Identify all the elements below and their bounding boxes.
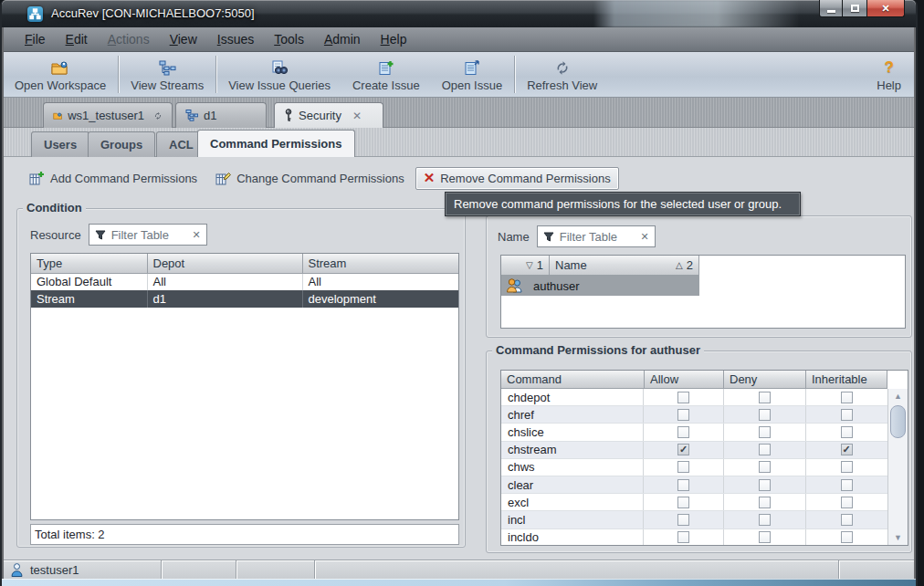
checkbox-deny[interactable] <box>759 461 771 473</box>
create-issue-icon <box>378 58 394 76</box>
menu-issues[interactable]: Issues <box>207 29 264 49</box>
subtab-groups[interactable]: Groups <box>88 131 155 157</box>
toolbar-separator <box>215 56 216 93</box>
checkbox-deny[interactable] <box>759 426 771 438</box>
filter-clear-icon[interactable]: ✕ <box>192 229 200 241</box>
stream-tab-icon <box>185 110 198 121</box>
tab-security[interactable]: Security ✕ <box>274 102 383 128</box>
checkbox-allow[interactable] <box>677 426 689 438</box>
column-icon-sort[interactable]: ▽ 1 <box>501 256 550 276</box>
resource-filter-input[interactable] <box>111 228 187 242</box>
view-streams-button[interactable]: View Streams <box>120 52 215 97</box>
permission-row-chdepot[interactable]: chdepot <box>501 389 887 406</box>
checkbox-allow[interactable] <box>677 409 689 421</box>
scrollbar-thumb[interactable] <box>890 405 906 438</box>
sort-asc-icon: △ <box>676 260 683 270</box>
column-name[interactable]: Name △ 2 <box>550 256 699 276</box>
tab-close-icon[interactable]: ✕ <box>352 110 362 122</box>
permission-row-chslice[interactable]: chslice <box>501 424 887 441</box>
column-type[interactable]: Type <box>31 254 147 273</box>
permission-row-chref[interactable]: chref <box>501 406 887 424</box>
name-filter-box: ✕ <box>537 225 656 247</box>
refresh-view-button[interactable]: Refresh View <box>516 52 608 97</box>
permission-row-clear[interactable]: clear <box>501 476 887 494</box>
column-deny[interactable]: Deny <box>724 371 806 389</box>
tooltip-text: Remove command permissions for the selec… <box>454 197 782 211</box>
permission-row-excl[interactable]: excl <box>501 494 887 511</box>
checkbox-allow[interactable] <box>677 497 689 508</box>
checkbox-inheritable[interactable] <box>841 409 853 421</box>
checkbox-deny[interactable] <box>759 497 771 508</box>
checkbox-deny[interactable] <box>759 392 771 403</box>
checkbox-deny[interactable] <box>759 514 771 526</box>
filter-clear-icon[interactable]: ✕ <box>640 231 648 243</box>
checkbox-allow[interactable] <box>677 461 689 473</box>
checkbox-inheritable[interactable]: ✓ <box>841 444 853 455</box>
create-issue-button[interactable]: Create Issue <box>341 52 431 97</box>
resource-table: Type Depot Stream Global Default All All… <box>30 253 459 520</box>
menu-admin[interactable]: Admin <box>314 29 371 49</box>
maximize-button[interactable] <box>843 0 866 17</box>
scroll-down-icon[interactable]: ▼ <box>888 530 908 545</box>
checkbox-allow[interactable] <box>677 479 689 491</box>
menu-actions[interactable]: Actions <box>98 29 160 49</box>
total-items-bar: Total items: 2 <box>30 524 459 545</box>
checkbox-allow[interactable] <box>677 392 689 403</box>
open-issue-button[interactable]: Open Issue <box>431 52 514 97</box>
applies-to-groupbox: Name ✕ ▽ 1 <box>486 215 912 338</box>
resource-row-global-default[interactable]: Global Default All All <box>31 273 458 290</box>
permissions-table-header: Command Allow Deny Inheritable <box>501 371 908 389</box>
name-filter-input[interactable] <box>560 230 635 244</box>
scroll-up-icon[interactable]: ▲ <box>888 389 908 403</box>
menu-edit[interactable]: Edit <box>56 29 98 49</box>
checkbox-deny[interactable] <box>759 444 771 455</box>
subtab-command-permissions[interactable]: Command Permissions <box>197 130 355 157</box>
principals-table-header: ▽ 1 Name △ 2 <box>501 256 905 276</box>
permissions-scrollbar[interactable]: ▲ ▼ <box>887 389 908 545</box>
column-name-label: Name <box>555 258 587 272</box>
principal-row-authuser[interactable]: authuser <box>501 276 699 296</box>
column-inheritable[interactable]: Inheritable <box>806 371 887 389</box>
checkbox-inheritable[interactable] <box>841 514 853 526</box>
key-icon <box>284 109 293 122</box>
column-allow[interactable]: Allow <box>645 371 724 389</box>
checkbox-inheritable[interactable] <box>841 479 853 491</box>
remove-command-permissions-button[interactable]: ✕ Remove Command Permissions <box>415 167 619 190</box>
name-filter-row: Name ✕ <box>498 225 656 247</box>
permission-row-incldo[interactable]: incldo <box>501 529 887 546</box>
menu-file[interactable]: File <box>15 29 56 49</box>
column-command[interactable]: Command <box>501 371 645 389</box>
checkbox-allow[interactable] <box>677 531 689 543</box>
checkbox-deny[interactable] <box>759 409 771 421</box>
menu-tools[interactable]: Tools <box>264 29 314 49</box>
view-issue-queries-button[interactable]: View Issue Queries <box>217 52 341 97</box>
permission-row-chstream[interactable]: chstream ✓ ✓ <box>501 442 887 459</box>
checkbox-allow[interactable] <box>677 514 689 526</box>
checkbox-inheritable[interactable] <box>841 531 853 543</box>
tab-workspace[interactable]: ws1_testuser1 <box>43 102 173 128</box>
checkbox-allow[interactable]: ✓ <box>677 444 689 455</box>
checkbox-inheritable[interactable] <box>841 426 853 438</box>
minimize-button[interactable] <box>819 0 843 17</box>
checkbox-deny[interactable] <box>759 531 771 543</box>
checkbox-inheritable[interactable] <box>841 461 853 473</box>
command-name: chws <box>501 459 644 476</box>
permission-row-incl[interactable]: incl <box>501 511 887 528</box>
permission-row-chws[interactable]: chws <box>501 459 887 476</box>
change-command-permissions-button[interactable]: Change Command Permissions <box>208 167 412 190</box>
checkbox-inheritable[interactable] <box>841 392 853 403</box>
status-panel <box>162 560 236 579</box>
help-button[interactable]: ? Help <box>864 52 914 97</box>
add-command-permissions-button[interactable]: Add Command Permissions <box>22 167 205 190</box>
column-depot[interactable]: Depot <box>147 254 302 273</box>
open-workspace-button[interactable]: Open Workspace <box>4 52 117 97</box>
column-stream[interactable]: Stream <box>302 254 458 273</box>
checkbox-deny[interactable] <box>759 479 771 491</box>
tab-stream-d1[interactable]: d1 <box>175 102 267 128</box>
menu-view[interactable]: View <box>160 29 207 49</box>
menu-help[interactable]: Help <box>371 29 417 49</box>
resource-row-stream-selected[interactable]: Stream d1 development <box>31 290 458 308</box>
close-button[interactable]: ✕ <box>866 0 905 17</box>
checkbox-inheritable[interactable] <box>841 497 853 508</box>
subtab-users[interactable]: Users <box>31 131 89 157</box>
